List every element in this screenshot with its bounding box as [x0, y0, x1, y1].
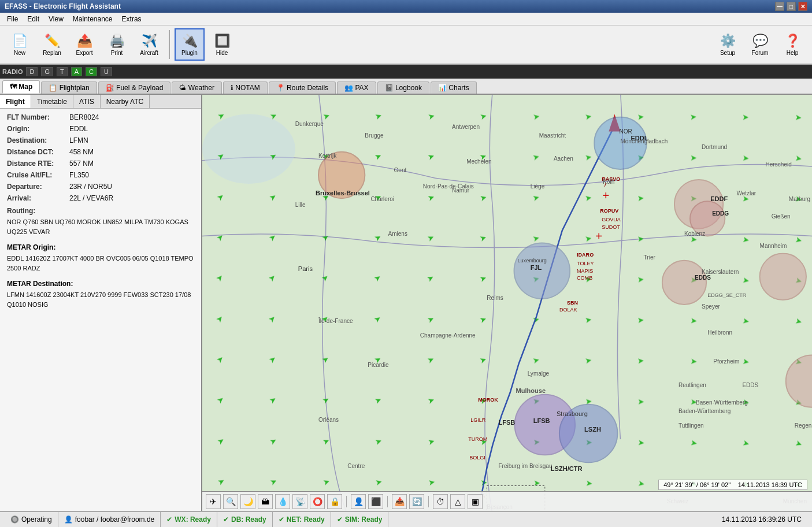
map-range-btn[interactable]: ⭕ — [310, 494, 325, 509]
forum-button[interactable]: 💬 Forum — [745, 28, 775, 61]
subtab-atis[interactable]: ATIS — [73, 95, 101, 108]
tab-route[interactable]: 📍 Route Details — [269, 81, 336, 94]
svg-text:Dortmund: Dortmund — [702, 144, 727, 150]
svg-text:Picardie: Picardie — [368, 362, 389, 368]
new-button[interactable]: 📄 New — [5, 28, 35, 61]
sub-tab-bar: Flight Timetable ATIS Nearby ATC — [0, 95, 201, 109]
tab-weather[interactable]: 🌤 Weather — [172, 81, 221, 94]
map-grid-btn[interactable]: ▣ — [468, 494, 483, 509]
aircraft-button[interactable]: ✈️ Aircraft — [134, 28, 164, 61]
menu-edit[interactable]: Edit — [23, 14, 44, 24]
menu-view[interactable]: View — [44, 14, 68, 24]
svg-text:Strasbourg: Strasbourg — [557, 410, 588, 417]
svg-text:Speyer: Speyer — [702, 303, 720, 310]
svg-text:➤: ➤ — [637, 315, 644, 325]
window-title: EFASS - Electronic Flight Assistant — [5, 2, 121, 10]
svg-text:Centre: Centre — [347, 463, 365, 469]
svg-text:Aachen: Aachen — [554, 155, 573, 162]
subtab-timetable[interactable]: Timetable — [31, 95, 73, 108]
svg-text:TUROM: TUROM — [468, 436, 487, 442]
plugin-button[interactable]: 🔌 Plugin — [175, 28, 205, 61]
status-operating: 🔘 Operating — [5, 512, 58, 527]
svg-text:SUDOT: SUDOT — [602, 224, 620, 230]
replan-button[interactable]: ✏️ Replan — [37, 28, 67, 61]
tab-logbook[interactable]: 📓 Logbook — [377, 81, 429, 94]
svg-text:Koblenz: Koblenz — [684, 231, 705, 237]
menu-extras[interactable]: Extras — [117, 14, 146, 24]
svg-text:Charleroi: Charleroi — [370, 196, 394, 202]
svg-text:Pforzheim: Pforzheim — [713, 359, 739, 365]
svg-text:BOLGI: BOLGI — [469, 455, 485, 461]
route-tab-icon: 📍 — [276, 84, 287, 92]
svg-text:➤: ➤ — [689, 112, 697, 122]
svg-text:LFSB: LFSB — [498, 419, 515, 426]
tab-fuel[interactable]: ⛽ Fuel & Payload — [98, 81, 171, 94]
aircraft-icon: ✈️ — [142, 34, 157, 49]
radio-g[interactable]: G — [41, 67, 53, 76]
map-water-btn[interactable]: 💧 — [275, 494, 290, 509]
svg-text:LFSB: LFSB — [533, 417, 550, 424]
window-controls[interactable]: — □ ✕ — [775, 2, 807, 11]
destination-row: Destination: LFMN — [7, 136, 194, 144]
subtab-flight[interactable]: Flight — [0, 95, 31, 108]
map-area[interactable]: ➤ ➤ ➤ ➤ ➤ ➤ ➤ ➤ ➤ ➤ ➤ ➤ ➤ ➤ ➤ ➤ ➤ ➤ ➤ ➤ — [202, 95, 812, 511]
left-panel: Flight Timetable ATIS Nearby ATC FLT Num… — [0, 95, 202, 511]
tab-flightplan[interactable]: 📋 Flightplan — [41, 81, 97, 94]
map-terrain-btn[interactable]: 🏔 — [258, 494, 273, 509]
tab-charts[interactable]: 📊 Charts — [431, 81, 477, 94]
radio-t[interactable]: T — [57, 67, 68, 76]
hide-button[interactable]: 🔲 Hide — [207, 28, 237, 61]
svg-text:➤: ➤ — [533, 478, 540, 488]
map-clock-btn[interactable]: ⏱ — [433, 494, 448, 509]
setup-button[interactable]: ⚙️ Setup — [713, 28, 743, 61]
map-blackbox-btn[interactable]: ⬛ — [368, 494, 383, 509]
export-button[interactable]: 📤 Export — [69, 28, 99, 61]
map-toolbar-sep2 — [387, 496, 388, 507]
map-warning-btn[interactable]: △ — [450, 494, 465, 509]
map-radar-btn[interactable]: 📡 — [292, 494, 307, 509]
tab-pax[interactable]: 👥 PAX — [337, 81, 376, 94]
help-button[interactable]: ❓ Help — [777, 28, 807, 61]
radio-c[interactable]: C — [86, 67, 97, 76]
svg-text:Dunkerque: Dunkerque — [295, 121, 324, 127]
radio-d[interactable]: D — [26, 67, 38, 76]
main-content: Flight Timetable ATIS Nearby ATC FLT Num… — [0, 95, 812, 511]
maximize-button[interactable]: □ — [787, 2, 796, 11]
flt-number-label: FLT Number: — [7, 113, 65, 121]
svg-text:Brugge: Brugge — [365, 132, 384, 139]
tab-map[interactable]: 🗺 Map — [2, 80, 40, 94]
status-wx: ✔ WX: Ready — [161, 512, 217, 527]
map-refresh-btn[interactable]: 🔄 — [409, 494, 424, 509]
map-poi-btn[interactable]: 👤 — [351, 494, 366, 509]
map-lock-btn[interactable]: 🔒 — [327, 494, 342, 509]
svg-text:Herscheid: Herscheid — [766, 161, 792, 168]
tab-notam[interactable]: ℹ NOTAM — [223, 81, 268, 94]
map-download-btn[interactable]: 📥 — [392, 494, 407, 509]
subtab-nearby-atc[interactable]: Nearby ATC — [101, 95, 150, 108]
menu-maintenance[interactable]: Maintenance — [68, 14, 117, 24]
svg-text:➤: ➤ — [637, 274, 644, 284]
svg-text:Champagne-Ardenne: Champagne-Ardenne — [420, 332, 476, 339]
svg-text:➤: ➤ — [637, 193, 644, 203]
print-button[interactable]: 🖨️ Print — [102, 28, 132, 61]
close-button[interactable]: ✕ — [798, 2, 807, 11]
svg-point-142 — [760, 254, 806, 300]
charts-tab-icon: 📊 — [438, 84, 448, 92]
svg-text:Basen-Württemberg: Basen-Württemberg — [696, 399, 748, 406]
replan-icon: ✏️ — [45, 34, 60, 49]
svg-text:➤: ➤ — [637, 112, 644, 122]
operating-label: Operating — [21, 515, 52, 524]
map-zoom-btn[interactable]: 🔍 — [223, 494, 238, 509]
radio-a[interactable]: A — [71, 67, 82, 76]
map-aircraft-btn[interactable]: ✈ — [206, 494, 221, 509]
map-toolbar-sep1 — [346, 496, 347, 507]
distance-dct-value: 458 NM — [69, 148, 94, 156]
minimize-button[interactable]: — — [775, 2, 784, 11]
routing-value: NOR Q760 SBN UQ760 MOROK UN852 MILPA TM7… — [7, 217, 194, 236]
menu-file[interactable]: File — [2, 14, 23, 24]
radio-u[interactable]: U — [101, 67, 112, 76]
map-svg: ➤ ➤ ➤ ➤ ➤ ➤ ➤ ➤ ➤ ➤ ➤ ➤ ➤ ➤ ➤ ➤ ➤ ➤ ➤ ➤ — [202, 95, 812, 511]
map-night-btn[interactable]: 🌙 — [240, 494, 255, 509]
svg-text:➤: ➤ — [690, 357, 698, 366]
metar-origin-label: METAR Origin: — [7, 243, 194, 251]
